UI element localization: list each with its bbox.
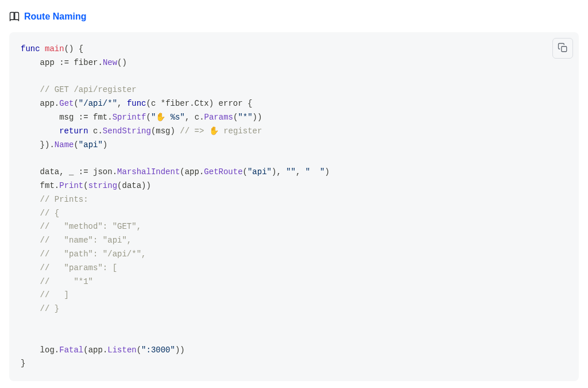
book-icon (9, 11, 20, 22)
svg-rect-0 (562, 46, 567, 51)
code-content: func main() { app := fiber.New() // GET … (21, 43, 567, 371)
heading-row: Route Naming (9, 11, 579, 22)
copy-button[interactable] (552, 38, 573, 59)
copy-icon (558, 43, 568, 55)
heading-link[interactable]: Route Naming (24, 11, 86, 22)
code-block: func main() { app := fiber.New() // GET … (9, 32, 579, 381)
